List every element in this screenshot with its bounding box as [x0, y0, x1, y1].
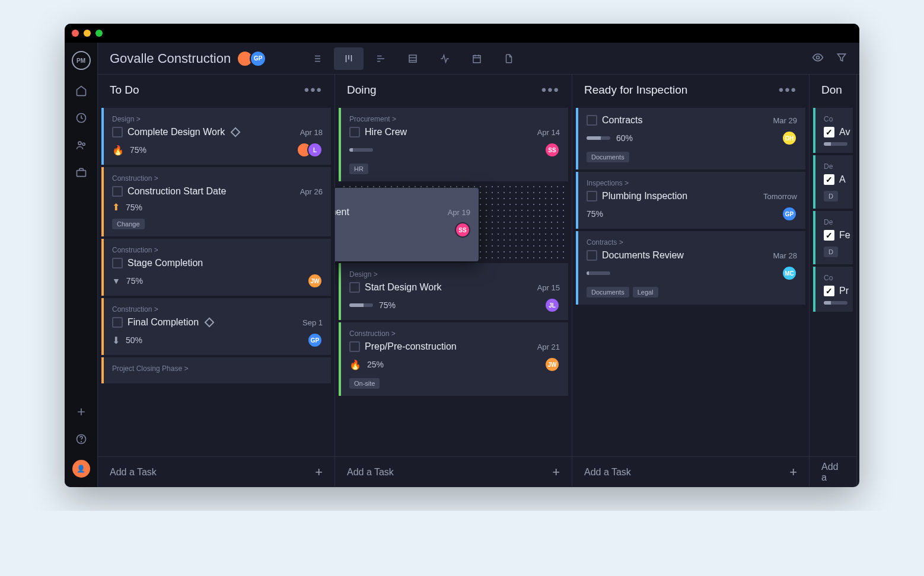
assignee-stack[interactable]: MC — [786, 265, 797, 281]
assignee-avatar[interactable]: JL — [544, 297, 560, 313]
assignee-stack[interactable]: GP — [312, 332, 323, 348]
task-checkbox[interactable] — [587, 250, 597, 261]
help-icon[interactable] — [75, 433, 88, 446]
add-task-button[interactable]: Add a Task+ — [335, 456, 572, 487]
assignee-avatar[interactable]: SS — [544, 142, 560, 158]
task-card[interactable]: Procurement >Hire CrewApr 14SSHR — [339, 108, 568, 181]
filter-icon[interactable] — [836, 52, 847, 66]
task-card[interactable]: Project Closing Phase > — [101, 357, 331, 383]
task-checkbox[interactable] — [112, 258, 123, 268]
add-task-label: Add a — [821, 462, 845, 483]
briefcase-icon[interactable] — [75, 166, 88, 179]
tag[interactable]: Documents — [587, 152, 629, 162]
add-task-button[interactable]: Add a Task+ — [572, 456, 809, 487]
sheet-view-icon[interactable] — [398, 47, 428, 70]
task-percent: 25% — [367, 360, 384, 369]
task-card[interactable]: Construction >Stage Completion▼75%JW — [101, 239, 331, 296]
card-category: Contracts > — [587, 238, 797, 247]
task-card[interactable]: Co✓Av — [813, 108, 853, 153]
task-checkbox[interactable] — [349, 341, 360, 352]
task-card[interactable]: Design >Start Design WorkApr 1575%JL — [339, 263, 568, 320]
calendar-view-icon[interactable] — [462, 47, 492, 70]
column-more-icon[interactable]: ••• — [541, 82, 560, 98]
task-card[interactable]: Contracts >Documents ReviewMar 28MCDocum… — [576, 231, 805, 305]
current-user-avatar[interactable]: 👤 — [72, 460, 90, 478]
task-date: Mar 28 — [773, 251, 797, 260]
task-card[interactable]: Inspections >Plumbing InspectionTomorrow… — [576, 172, 805, 229]
add-task-button[interactable]: Add a — [810, 456, 856, 487]
assignee-avatar[interactable]: DH — [782, 130, 797, 146]
people-icon[interactable] — [75, 139, 88, 152]
task-checkbox[interactable] — [349, 282, 360, 293]
card-category: Design > — [112, 115, 323, 123]
assignee-avatar[interactable]: JW — [544, 357, 560, 372]
assignee-avatar[interactable]: L — [307, 142, 323, 158]
assignee-avatar[interactable]: SS — [455, 222, 470, 238]
file-view-icon[interactable] — [494, 47, 524, 70]
tag[interactable]: D — [824, 191, 838, 201]
assignee-stack[interactable]: JW — [549, 357, 560, 372]
gantt-view-icon[interactable] — [366, 47, 396, 70]
close-window-button[interactable] — [72, 30, 79, 37]
task-card[interactable]: Construction >Final CompletionSep 1⬇50%G… — [101, 298, 331, 355]
assignee-stack[interactable]: DH — [786, 130, 797, 146]
task-checkbox[interactable] — [587, 115, 597, 126]
assignee-avatar[interactable]: JW — [307, 273, 323, 289]
assignee-stack[interactable]: L — [301, 142, 323, 158]
assignee-stack[interactable]: JL — [549, 297, 560, 313]
card-category: De — [824, 162, 845, 171]
tag[interactable]: Documents — [587, 287, 629, 297]
assignee-stack[interactable]: GP — [786, 206, 797, 222]
task-card[interactable]: De✓AD — [813, 155, 853, 209]
tag[interactable]: On-site — [349, 378, 380, 389]
assignee-stack[interactable]: JW — [312, 273, 323, 289]
clock-icon[interactable] — [75, 111, 88, 124]
assignee-avatar[interactable]: GP — [782, 206, 797, 222]
home-icon[interactable] — [75, 84, 88, 97]
assignee-avatar[interactable]: MC — [782, 265, 797, 281]
task-checkbox[interactable] — [112, 127, 123, 137]
board-view-icon[interactable] — [334, 47, 364, 70]
assignee-stack[interactable]: SS — [460, 222, 470, 238]
column-more-icon[interactable]: ••• — [304, 82, 323, 98]
app-logo[interactable]: PM — [72, 51, 91, 70]
plus-icon[interactable]: + — [315, 465, 323, 480]
task-checkbox[interactable]: ✓ — [824, 174, 834, 185]
maximize-window-button[interactable] — [95, 30, 103, 37]
task-card[interactable]: Construction >Prep/Pre-constructionApr 2… — [339, 322, 568, 396]
task-card[interactable]: Design >Complete Design WorkApr 18🔥75%L — [101, 108, 331, 165]
column-more-icon[interactable]: ••• — [779, 82, 797, 98]
member-avatar[interactable]: GP — [250, 50, 266, 67]
plus-icon[interactable]: + — [789, 465, 797, 480]
progress-bar-icon — [824, 301, 847, 305]
add-task-button[interactable]: Add a Task+ — [98, 456, 334, 487]
dragging-card[interactable]: Procurement >Order EquipmentApr 19🔥SSIss… — [335, 188, 479, 261]
column-body: Design >Complete Design WorkApr 18🔥75%LC… — [98, 105, 334, 456]
plus-icon[interactable] — [75, 405, 88, 418]
task-card[interactable]: Construction >Construction Start DateApr… — [101, 167, 331, 236]
task-checkbox[interactable]: ✓ — [824, 286, 834, 296]
task-checkbox[interactable]: ✓ — [824, 127, 834, 137]
tag[interactable]: Change — [112, 219, 145, 229]
plus-icon[interactable]: + — [552, 465, 560, 480]
minimize-window-button[interactable] — [84, 30, 91, 37]
tag-list: Documents — [587, 152, 797, 162]
task-card[interactable]: Co✓Pr — [813, 267, 853, 312]
tag[interactable]: HR — [349, 164, 368, 174]
tag[interactable]: D — [824, 247, 838, 257]
task-checkbox[interactable] — [349, 127, 360, 137]
task-checkbox[interactable] — [112, 186, 123, 197]
assignee-stack[interactable]: SS — [549, 142, 560, 158]
column-title: Doing — [347, 84, 377, 97]
project-members[interactable]: GP — [240, 50, 266, 67]
visibility-icon[interactable] — [812, 52, 824, 66]
assignee-avatar[interactable]: GP — [307, 332, 323, 348]
tag[interactable]: Legal — [633, 287, 658, 297]
task-checkbox[interactable]: ✓ — [824, 230, 834, 241]
task-card[interactable]: De✓FeD — [813, 211, 853, 264]
task-checkbox[interactable] — [587, 191, 597, 201]
activity-view-icon[interactable] — [430, 47, 460, 70]
list-view-icon[interactable] — [302, 47, 332, 70]
task-card[interactable]: ContractsMar 2960%DHDocuments — [576, 108, 805, 169]
task-checkbox[interactable] — [112, 317, 123, 328]
